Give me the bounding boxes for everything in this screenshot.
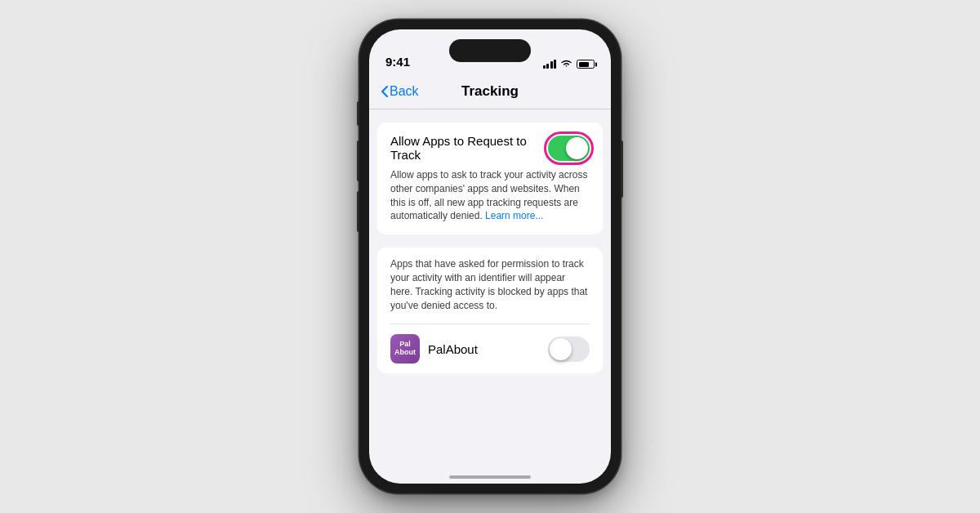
tracking-description: Allow apps to ask to track your activity… [390,168,590,223]
app-row: PalAbout PalAbout [390,323,590,364]
toggle-section: Allow Apps to Request to Track Allow app… [377,123,603,234]
battery-icon [577,60,595,69]
toggle-label: Allow Apps to Request to Track [390,134,548,162]
allow-apps-toggle[interactable] [548,136,590,161]
phone: 9:41 [359,20,621,493]
palabout-toggle[interactable] [548,337,590,362]
phone-screen: 9:41 [369,29,611,484]
volume-up-button[interactable] [357,141,359,181]
palabout-app-icon: PalAbout [390,334,420,364]
app-icon-label: PalAbout [394,341,416,357]
status-icons [543,60,595,69]
back-button[interactable]: Back [381,84,419,99]
toggle-thumb [566,137,588,159]
mute-button[interactable] [357,101,359,126]
wifi-icon [560,60,572,69]
page-title: Tracking [461,83,519,100]
dynamic-island [449,39,531,62]
nav-bar: Back Tracking [369,74,611,109]
toggle-row: Allow Apps to Request to Track [390,134,590,162]
back-label: Back [390,84,419,99]
learn-more-link[interactable]: Learn more... [485,210,543,221]
content-area: Allow Apps to Request to Track Allow app… [369,109,611,484]
app-name: PalAbout [428,342,548,356]
signal-icon [543,60,557,69]
apps-section: Apps that have asked for permission to t… [377,248,603,373]
home-indicator[interactable] [449,475,531,479]
power-button[interactable] [621,141,623,198]
toggle-thumb-off [550,338,572,360]
apps-description: Apps that have asked for permission to t… [390,257,590,312]
volume-down-button[interactable] [357,191,359,232]
